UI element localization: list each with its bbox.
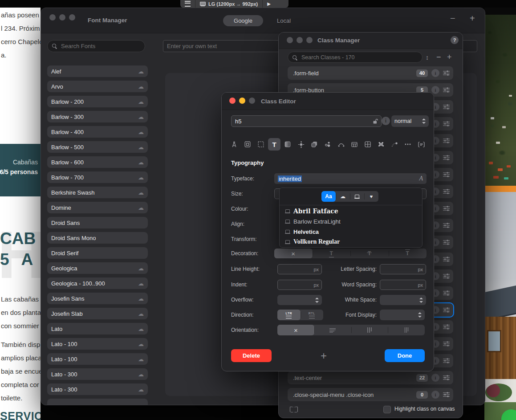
overflow-select[interactable] <box>277 295 322 305</box>
font-source-favorites-option[interactable]: ♥ <box>364 191 378 202</box>
font-list-item[interactable]: ☁ <box>47 399 148 405</box>
measure-tab-icon[interactable] <box>228 138 240 151</box>
done-button[interactable]: Done <box>385 349 425 362</box>
font-list-item[interactable]: Barlow - 200 ☁ <box>47 96 148 107</box>
shadow-tab-icon[interactable] <box>308 138 321 151</box>
info-icon[interactable]: i <box>431 69 439 77</box>
font-source-cloud-option[interactable]: ☁ <box>336 191 350 202</box>
preview-play-button[interactable]: ▶ <box>263 0 275 8</box>
orientation-vertical-rl-option[interactable] <box>388 325 425 335</box>
sliders-icon[interactable] <box>443 307 450 313</box>
font-source-all-option[interactable]: Aa <box>321 191 336 202</box>
sliders-icon[interactable] <box>443 324 450 330</box>
font-search-input[interactable] <box>47 40 145 52</box>
direction-ltr-option[interactable]: LTR <box>277 310 301 320</box>
table-tab-icon[interactable] <box>348 138 361 151</box>
class-search-input[interactable] <box>288 52 423 63</box>
font-list-item[interactable]: Josefin Slab ☁ <box>47 308 148 319</box>
cloud-download-icon[interactable]: ☁ <box>138 190 144 196</box>
font-list-item[interactable]: Droid Serif ☁ <box>47 247 148 259</box>
class-row[interactable]: .text-center 22 i <box>288 371 453 384</box>
menu-button[interactable] <box>180 0 195 8</box>
font-list-item[interactable]: Barlow - 300 ☁ <box>47 111 148 122</box>
sliders-icon[interactable] <box>443 240 450 245</box>
tab-local[interactable]: Local <box>277 17 291 24</box>
font-list-item[interactable]: Lato - 300 ☁ <box>47 383 148 395</box>
font-list-item[interactable]: Geologica - 100..900 ☁ <box>47 277 148 289</box>
close-button[interactable] <box>49 14 56 20</box>
sliders-icon[interactable] <box>443 138 450 143</box>
cloud-download-icon[interactable]: ☁ <box>138 296 144 302</box>
sliders-icon[interactable] <box>443 290 450 296</box>
decoration-overline-option[interactable]: T <box>389 249 427 258</box>
typography-tab-icon[interactable]: T <box>268 138 280 151</box>
font-list-item[interactable]: Lato - 300 ☁ <box>47 368 148 380</box>
cloud-download-icon[interactable]: ☁ <box>138 175 144 180</box>
line-height-input[interactable]: px <box>277 264 322 274</box>
tab-google[interactable]: Google <box>223 15 263 26</box>
sliders-icon[interactable] <box>443 206 450 211</box>
sliders-icon[interactable] <box>443 375 450 380</box>
sliders-icon[interactable] <box>443 87 450 93</box>
close-button[interactable] <box>229 98 236 104</box>
typeface-field[interactable]: inherited A <box>274 173 427 184</box>
zoom-button[interactable] <box>69 14 75 20</box>
close-button[interactable] <box>287 37 293 43</box>
font-list-item[interactable]: Josefin Sans ☁ <box>47 293 148 304</box>
decoration-none-option[interactable]: × <box>274 249 313 258</box>
cloud-download-icon[interactable]: ☁ <box>138 341 144 347</box>
font-source-local-option[interactable] <box>350 191 364 202</box>
font-display-select[interactable] <box>380 310 425 320</box>
sort-classes-button[interactable]: ↕ <box>426 52 429 63</box>
zoom-button[interactable] <box>249 98 255 104</box>
minimize-button[interactable] <box>297 37 303 43</box>
font-list-item[interactable]: Droid Sans Mono ☁ <box>47 232 148 244</box>
font-option[interactable]: Vollkorn Regular <box>285 238 418 245</box>
cloud-download-icon[interactable]: ☁ <box>138 129 144 135</box>
more-tab-icon[interactable] <box>402 138 414 151</box>
sliders-icon[interactable] <box>443 70 450 76</box>
zoom-button[interactable] <box>306 37 313 43</box>
font-list-item[interactable]: Lato - 100 ☁ <box>47 338 148 350</box>
cloud-download-icon[interactable]: ☁ <box>138 205 144 211</box>
cloud-download-icon[interactable]: ☁ <box>138 159 144 165</box>
remove-font-button[interactable]: − <box>450 13 455 24</box>
unlock-icon[interactable] <box>373 118 378 126</box>
breakpoint-selector[interactable]: LG (1200px → 992px) <box>195 0 262 8</box>
sliders-icon[interactable] <box>443 172 450 177</box>
sliders-icon[interactable] <box>443 257 450 262</box>
cloud-download-icon[interactable]: ☁ <box>138 84 144 90</box>
background-tab-icon[interactable] <box>281 138 294 151</box>
font-list-item[interactable]: Barlow - 500 ☁ <box>47 141 148 153</box>
cloud-download-icon[interactable]: ☁ <box>138 326 144 332</box>
sliders-icon[interactable] <box>443 223 450 228</box>
decoration-strikethrough-option[interactable]: T <box>350 249 389 258</box>
font-list-item[interactable]: Barlow - 600 ☁ <box>47 156 148 168</box>
help-button[interactable]: ? <box>451 36 459 44</box>
class-name-input[interactable] <box>231 115 382 127</box>
orientation-vertical-lr-option[interactable] <box>351 325 388 335</box>
font-option[interactable]: Barlow ExtraLight <box>285 218 418 225</box>
sliders-icon[interactable] <box>443 341 450 347</box>
state-select[interactable]: normal <box>391 115 429 127</box>
font-list-item[interactable]: Geologica ☁ <box>47 262 148 274</box>
transition-tab-icon[interactable] <box>335 138 347 151</box>
cloud-download-icon[interactable]: ☁ <box>138 99 144 105</box>
font-option[interactable]: Helvetica <box>285 228 418 235</box>
info-icon[interactable]: i <box>431 374 439 382</box>
cloud-download-icon[interactable]: ☁ <box>138 265 144 271</box>
info-icon[interactable]: i <box>431 86 439 94</box>
font-list-item[interactable]: Droid Sans ☁ <box>47 217 148 228</box>
font-list-item[interactable]: Lato - 100 ☁ <box>47 353 148 365</box>
direction-rtl-option[interactable]: RTL <box>301 310 324 320</box>
sliders-icon[interactable] <box>443 358 450 363</box>
library-book-icon[interactable] <box>290 407 298 412</box>
font-list-item[interactable]: Alef ☁ <box>47 65 148 77</box>
delete-button[interactable]: Delete <box>231 349 272 362</box>
cloud-download-icon[interactable]: ☁ <box>138 311 144 317</box>
info-icon[interactable]: i <box>382 117 390 125</box>
spacing-tab-icon[interactable] <box>255 138 267 151</box>
highlight-class-checkbox[interactable] <box>383 406 391 413</box>
add-font-button[interactable]: + <box>470 13 475 24</box>
remove-class-button[interactable]: − <box>436 52 441 63</box>
